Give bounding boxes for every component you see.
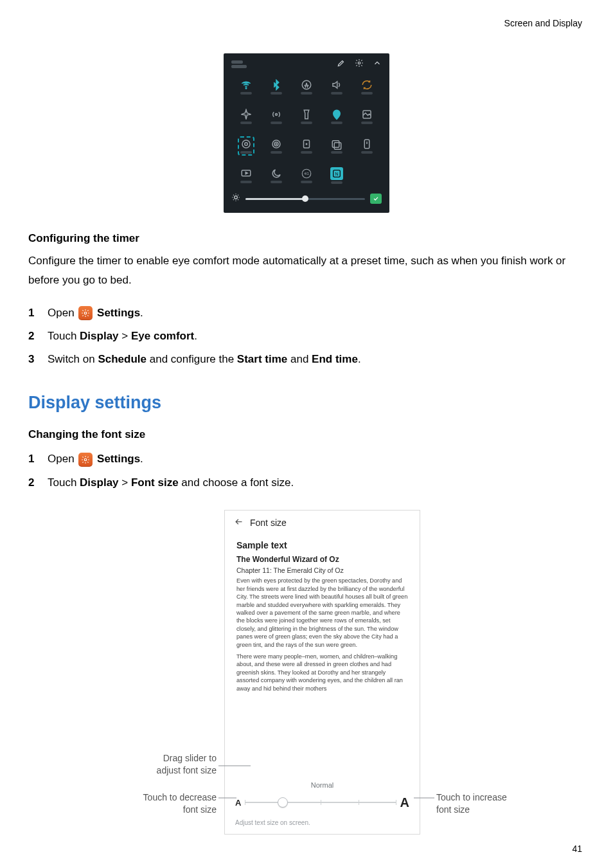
callout-increase: Touch to increasefont size	[436, 791, 552, 816]
step-number: 1	[28, 449, 39, 469]
timer-steps: 1 Open Settings. 2 Touch Display > Eye c…	[28, 302, 585, 372]
svg-text:4G: 4G	[304, 172, 309, 176]
svg-point-6	[242, 140, 250, 148]
settings-app-icon	[78, 306, 93, 320]
page-number: 41	[572, 844, 582, 854]
decrease-font-button[interactable]: A	[235, 798, 241, 808]
sound-icon	[331, 79, 342, 95]
eye-comfort-tile	[238, 136, 254, 156]
svg-point-7	[245, 143, 248, 146]
phone-title: Font size	[250, 518, 287, 528]
screen-record-icon	[331, 138, 342, 154]
bluetooth-icon	[271, 79, 282, 95]
huawei-share-icon	[271, 138, 282, 154]
wifi-icon	[240, 79, 252, 95]
svg-point-3	[276, 114, 278, 116]
svg-point-24	[85, 458, 87, 461]
slider-value-label: Normal	[235, 781, 409, 789]
svg-text:N: N	[335, 172, 338, 176]
callout-drag: Drag slider toadjust font size	[107, 752, 217, 777]
chapter-label: Chapter 11: The Emerald City of Oz	[236, 566, 409, 575]
do-not-disturb-icon	[361, 138, 373, 154]
font-steps: 1 Open Settings. 2 Touch Display > Font …	[28, 448, 585, 494]
step-number: 2	[28, 326, 39, 347]
flashlight-icon	[301, 109, 312, 124]
brightness-icon	[231, 193, 240, 204]
night-mode-icon	[271, 168, 282, 183]
nfc-icon: N	[330, 167, 343, 184]
font-size-heading: Changing the font size	[28, 428, 585, 441]
svg-point-10	[276, 144, 277, 145]
edit-icon	[337, 59, 346, 70]
mobile-data-icon	[301, 79, 312, 95]
svg-rect-14	[334, 143, 341, 150]
svg-rect-13	[332, 141, 339, 148]
gear-icon	[355, 59, 364, 70]
auto-brightness-check-icon	[370, 194, 382, 204]
svg-point-0	[358, 62, 360, 64]
hotspot-icon	[271, 109, 282, 124]
svg-point-1	[246, 88, 247, 89]
slider-thumb[interactable]	[278, 797, 288, 808]
svg-point-4	[335, 113, 337, 114]
chevron-up-icon	[373, 59, 382, 70]
back-arrow-icon	[234, 517, 244, 529]
auto-rotate-icon	[361, 79, 373, 95]
timer-heading: Configuring the timer	[28, 232, 585, 245]
increase-font-button[interactable]: A	[400, 795, 409, 810]
phone-mock: Font size Sample text The Wonderful Wiza…	[224, 510, 420, 835]
sample-paragraph: Even with eyes protected by the green sp…	[236, 577, 409, 649]
svg-marker-17	[246, 172, 248, 174]
book-title: The Wonderful Wizard of Oz	[236, 554, 409, 565]
timer-body: Configure the timer to enable eye comfor…	[28, 251, 585, 290]
sample-paragraph: There were many people–men, women, and c…	[236, 653, 409, 692]
step-number: 3	[28, 349, 39, 370]
brightness-slider	[231, 191, 382, 206]
font-size-slider: A A	[235, 795, 409, 810]
svg-point-23	[85, 312, 87, 314]
display-settings-heading: Display settings	[28, 393, 585, 413]
step-number: 1	[28, 303, 39, 323]
font-size-figure: Font size Sample text The Wonderful Wiza…	[43, 510, 570, 838]
step-number: 2	[28, 473, 39, 493]
sample-text-heading: Sample text	[236, 539, 409, 552]
airplane-icon	[240, 109, 252, 124]
svg-point-22	[235, 196, 238, 199]
settings-app-icon	[78, 453, 93, 467]
location-icon	[331, 109, 342, 124]
cast-icon	[240, 168, 252, 183]
screenshot-icon	[361, 109, 373, 124]
slider-hint: Adjust text size on screen.	[235, 819, 409, 826]
quick-settings-illustration: 4G N	[224, 53, 389, 213]
svg-point-12	[306, 144, 307, 145]
callout-decrease: Touch to decreasefont size	[107, 791, 217, 816]
gradient-4g-icon: 4G	[301, 168, 312, 183]
floating-dock-icon	[301, 138, 312, 154]
header-breadcrumb: Screen and Display	[504, 18, 582, 28]
